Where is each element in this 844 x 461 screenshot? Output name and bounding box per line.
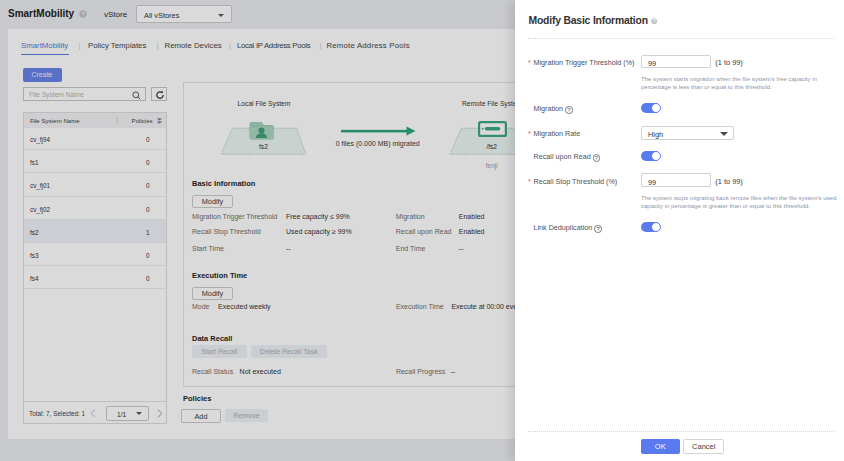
svg-text:?: ?: [653, 19, 656, 24]
